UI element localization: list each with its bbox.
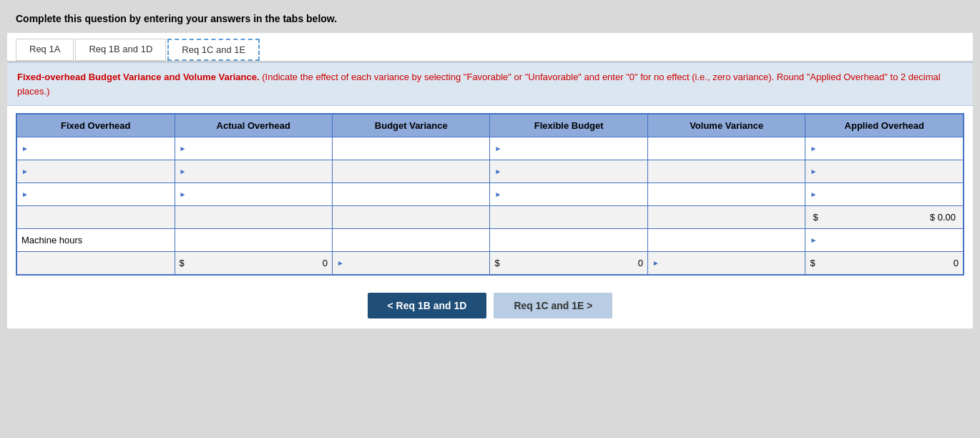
table-row: Machine hours ► xyxy=(16,229,964,252)
cell-r5-flexible xyxy=(490,229,647,252)
input-r6-budget[interactable] xyxy=(346,258,486,268)
table-row: ► ► xyxy=(16,160,964,183)
arrow-icon: ► xyxy=(180,167,187,175)
col-budget-variance: Budget Variance xyxy=(333,114,490,137)
table-header-row: Fixed Overhead Actual Overhead Budget Va… xyxy=(16,114,964,137)
input-r3-actual[interactable] xyxy=(187,189,328,200)
instruction-text: Complete this question by entering your … xyxy=(16,13,337,24)
cell-r2-applied: ► xyxy=(805,160,964,183)
input-r3-fixed[interactable] xyxy=(30,189,170,200)
dollar-sign-flexible: $ xyxy=(494,258,499,268)
input-r2-budget[interactable] xyxy=(337,166,485,177)
description-bold: Fixed-overhead Budget Variance and Volum… xyxy=(17,72,260,82)
cell-r1-budget xyxy=(333,137,490,160)
input-r2-volume[interactable] xyxy=(652,166,800,177)
col-volume-variance: Volume Variance xyxy=(647,114,805,137)
cell-r4-actual xyxy=(175,206,332,229)
applied-value-r4: $ 0.00 xyxy=(818,212,956,223)
arrow-icon: ► xyxy=(652,259,660,267)
cell-r3-volume xyxy=(647,183,805,206)
cell-r1-fixed: ► xyxy=(16,137,175,160)
input-r3-flexible[interactable] xyxy=(503,189,643,200)
input-r1-volume[interactable] xyxy=(652,143,800,154)
cell-r3-flexible: ► xyxy=(490,183,647,206)
cell-r2-flexible: ► xyxy=(490,160,647,183)
input-r2-fixed[interactable] xyxy=(30,166,170,177)
tab-req1a[interactable]: Req 1A xyxy=(16,39,74,61)
input-r3-applied[interactable] xyxy=(818,189,959,200)
cell-r2-budget xyxy=(333,160,490,183)
cell-r6-volume: ► xyxy=(647,252,805,275)
input-r1-applied[interactable] xyxy=(818,143,959,154)
arrow-icon: ► xyxy=(810,190,817,198)
main-content: Req 1A Req 1B and 1D Req 1C and 1E Fixed… xyxy=(7,33,973,328)
machine-hours-label: Machine hours xyxy=(21,235,82,245)
arrow-icon: ► xyxy=(337,259,344,267)
input-r5-applied[interactable] xyxy=(818,235,959,245)
input-r6-flexible[interactable] xyxy=(503,258,643,268)
cell-r3-actual: ► xyxy=(175,183,332,206)
cell-r5-budget xyxy=(333,229,490,252)
input-r3-budget[interactable] xyxy=(337,189,485,200)
cell-r1-applied: ► xyxy=(805,137,964,160)
tab-req1b1d[interactable]: Req 1B and 1D xyxy=(75,39,166,61)
input-r1-actual[interactable] xyxy=(187,143,328,154)
cell-r6-budget: ► xyxy=(333,252,490,275)
cell-r6-applied: $ xyxy=(805,252,964,275)
arrow-icon: ► xyxy=(21,167,29,175)
dollar-sign-actual: $ xyxy=(180,258,185,268)
page-container: Complete this question by entering your … xyxy=(0,0,980,336)
arrow-icon: ► xyxy=(810,145,817,152)
prev-button[interactable]: < Req 1B and 1D xyxy=(368,293,487,318)
cell-r3-applied: ► xyxy=(805,183,964,206)
input-r1-budget[interactable] xyxy=(337,143,485,154)
arrow-icon: ► xyxy=(494,190,501,198)
cell-r5-applied: ► xyxy=(805,229,964,252)
arrow-icon: ► xyxy=(180,145,187,152)
input-r2-applied[interactable] xyxy=(818,166,959,177)
input-r6-applied[interactable] xyxy=(818,258,959,268)
input-r2-flexible[interactable] xyxy=(503,166,643,177)
dollar-sign-r4: $ xyxy=(813,212,818,223)
table-row-totals: $ ► $ xyxy=(16,252,964,275)
input-r1-fixed[interactable] xyxy=(30,143,170,154)
tab-req1c1e[interactable]: Req 1C and 1E xyxy=(167,39,260,61)
arrow-icon: ► xyxy=(810,167,817,175)
cell-r4-fixed xyxy=(16,206,175,229)
cell-r5-actual xyxy=(175,229,332,252)
cell-r3-fixed: ► xyxy=(16,183,175,206)
instruction-bar: Complete this question by entering your … xyxy=(7,7,973,33)
arrow-icon: ► xyxy=(180,190,187,198)
nav-buttons: < Req 1B and 1D Req 1C and 1E > xyxy=(7,283,973,328)
cell-r1-flexible: ► xyxy=(490,137,647,160)
cell-r6-fixed xyxy=(16,252,175,275)
prev-button-label: < Req 1B and 1D xyxy=(388,300,467,311)
table-row: ► ► xyxy=(16,137,964,160)
input-r1-flexible[interactable] xyxy=(503,143,643,154)
cell-r2-volume xyxy=(647,160,805,183)
cell-r5-fixed: Machine hours xyxy=(16,229,175,252)
next-button[interactable]: Req 1C and 1E > xyxy=(494,293,612,318)
col-actual-overhead: Actual Overhead xyxy=(175,114,332,137)
overhead-table: Fixed Overhead Actual Overhead Budget Va… xyxy=(16,113,964,276)
input-r3-volume[interactable] xyxy=(652,189,800,200)
arrow-icon: ► xyxy=(21,190,29,198)
cell-r2-fixed: ► xyxy=(16,160,175,183)
cell-r4-applied: $ $ 0.00 xyxy=(805,206,964,229)
cell-r6-flexible: $ xyxy=(490,252,647,275)
tabs-row: Req 1A Req 1B and 1D Req 1C and 1E xyxy=(7,33,973,62)
next-button-label: Req 1C and 1E > xyxy=(514,300,592,311)
table-row: ► ► xyxy=(16,183,964,206)
arrow-icon: ► xyxy=(810,236,817,244)
table-container: Fixed Overhead Actual Overhead Budget Va… xyxy=(7,106,973,283)
input-r2-actual[interactable] xyxy=(187,166,328,177)
cell-r4-flexible xyxy=(490,206,647,229)
cell-r1-volume xyxy=(647,137,805,160)
input-r6-volume[interactable] xyxy=(661,258,801,268)
input-r6-actual[interactable] xyxy=(187,258,328,268)
description-box: Fixed-overhead Budget Variance and Volum… xyxy=(7,62,973,106)
col-flexible-budget: Flexible Budget xyxy=(490,114,647,137)
table-row: $ $ 0.00 xyxy=(16,206,964,229)
arrow-icon: ► xyxy=(494,145,501,152)
cell-r2-actual: ► xyxy=(175,160,332,183)
